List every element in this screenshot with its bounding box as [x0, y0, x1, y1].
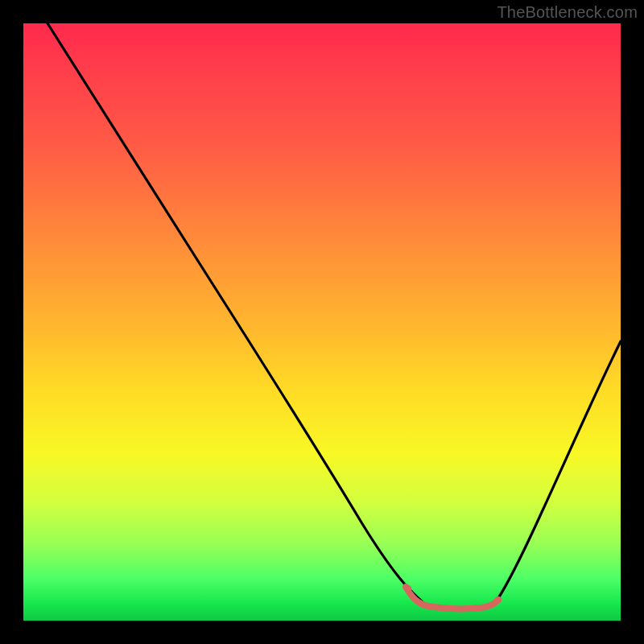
attribution-text: TheBottleneck.com — [497, 3, 638, 22]
chart-gradient-background — [23, 23, 621, 621]
chart-frame — [23, 23, 621, 621]
